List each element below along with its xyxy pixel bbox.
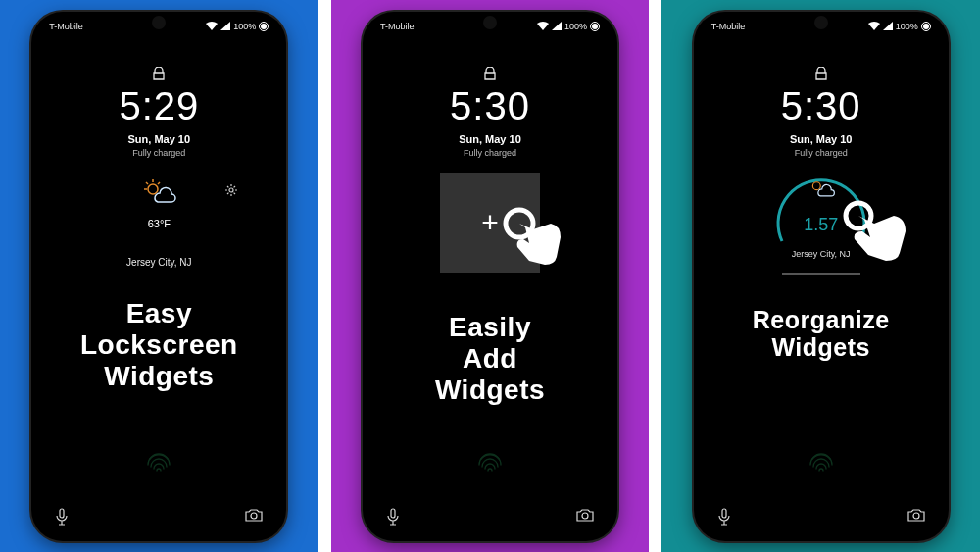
svg-rect-21 [391, 509, 395, 518]
status-icons: 100% [868, 22, 931, 31]
svg-line-15 [234, 192, 235, 193]
lockscreen-header: 5:29 Sun, May 10 Fully charged [31, 67, 286, 158]
bottom-shortcuts [363, 508, 617, 526]
battery-text: 100% [896, 22, 918, 31]
charge-status: Fully charged [795, 148, 848, 158]
svg-point-19 [592, 24, 598, 29]
clock-time: 5:30 [781, 86, 861, 125]
wifi-icon [868, 22, 880, 30]
status-bar: T-Mobile 100% [694, 22, 949, 31]
signal-icon [552, 22, 562, 30]
fingerprint-icon[interactable] [473, 445, 507, 478]
battery-text: 100% [233, 22, 256, 31]
fingerprint-icon[interactable] [142, 445, 175, 478]
svg-point-25 [812, 182, 820, 190]
svg-line-6 [158, 182, 160, 184]
battery-text: 100% [564, 22, 587, 31]
svg-point-28 [913, 513, 919, 519]
mic-icon[interactable] [55, 508, 69, 526]
bottom-shortcuts [31, 508, 286, 526]
carrier-label: T-Mobile [711, 22, 746, 31]
sun-cloud-icon [141, 178, 176, 206]
svg-line-14 [227, 192, 228, 193]
clock-date: Sun, May 10 [790, 133, 853, 145]
bottom-shortcuts [694, 508, 949, 526]
drag-hand-icon [841, 198, 909, 267]
svg-line-12 [227, 186, 228, 187]
promo-panel-2: T-Mobile 100% 5:30 Sun, May 10 Fully cha… [331, 0, 650, 552]
clock-date: Sun, May 10 [459, 133, 521, 145]
battery-icon [921, 22, 931, 31]
wifi-icon [206, 22, 218, 30]
svg-point-17 [251, 513, 257, 519]
temperature: 63°F [148, 218, 171, 229]
svg-point-22 [582, 513, 588, 519]
clock-time: 5:29 [119, 86, 199, 125]
charge-status: Fully charged [464, 148, 516, 158]
clock-time: 5:30 [450, 86, 530, 125]
camera-icon[interactable] [245, 508, 263, 522]
lockscreen-header: 5:30 Sun, May 10 Fully charged [363, 67, 617, 158]
svg-point-2 [148, 184, 158, 194]
svg-point-1 [261, 24, 267, 29]
status-icons: 100% [537, 22, 600, 31]
status-icons: 100% [206, 22, 269, 31]
carrier-label: T-Mobile [380, 22, 415, 31]
promo-panel-3: T-Mobile 100% 5:30 Sun, May 10 Fully cha… [662, 0, 980, 552]
svg-line-13 [234, 186, 235, 187]
camera-icon[interactable] [576, 508, 594, 522]
widget-value: 1.57 [804, 215, 838, 235]
svg-point-24 [923, 24, 929, 29]
camera-icon[interactable] [907, 508, 925, 522]
carrier-label: T-Mobile [49, 22, 83, 31]
tap-hand-icon [500, 204, 568, 273]
clock-date: Sun, May 10 [128, 133, 191, 145]
battery-icon [259, 22, 269, 31]
svg-rect-16 [60, 509, 64, 518]
status-bar: T-Mobile 100% [363, 22, 617, 31]
svg-rect-27 [722, 509, 726, 518]
svg-line-5 [146, 182, 148, 184]
gear-icon[interactable] [225, 184, 237, 196]
phone-frame: T-Mobile 100% 5:29 Sun, May 10 Fully cha… [31, 12, 286, 541]
svg-point-7 [229, 188, 233, 192]
status-bar: T-Mobile 100% [31, 22, 286, 31]
mic-icon[interactable] [386, 508, 400, 526]
fingerprint-icon[interactable] [805, 445, 838, 478]
sun-cloud-icon [807, 177, 836, 199]
promo-panel-1: T-Mobile 100% 5:29 Sun, May 10 Fully cha… [0, 0, 318, 552]
promo-caption: EasyLockscreenWidgets [31, 298, 286, 393]
weather-widget[interactable]: 63°F Jersey City, NJ [31, 178, 286, 268]
phone-frame: T-Mobile 100% 5:30 Sun, May 10 Fully cha… [694, 12, 949, 541]
signal-icon [883, 22, 893, 30]
signal-icon [220, 22, 230, 30]
divider [782, 273, 860, 275]
charge-status: Fully charged [132, 148, 185, 158]
lockscreen-header: 5:30 Sun, May 10 Fully charged [694, 67, 949, 158]
lock-icon [815, 67, 827, 80]
lock-icon [153, 67, 165, 80]
plus-icon: + [481, 206, 499, 239]
wifi-icon [537, 22, 549, 30]
mic-icon[interactable] [717, 508, 731, 526]
weather-location: Jersey City, NJ [126, 257, 192, 268]
promo-caption: ReorganizeWidgets [694, 306, 949, 363]
phone-frame: T-Mobile 100% 5:30 Sun, May 10 Fully cha… [363, 12, 617, 541]
battery-icon [590, 22, 600, 31]
promo-caption: EasilyAddWidgets [363, 312, 617, 407]
lock-icon [484, 67, 496, 80]
